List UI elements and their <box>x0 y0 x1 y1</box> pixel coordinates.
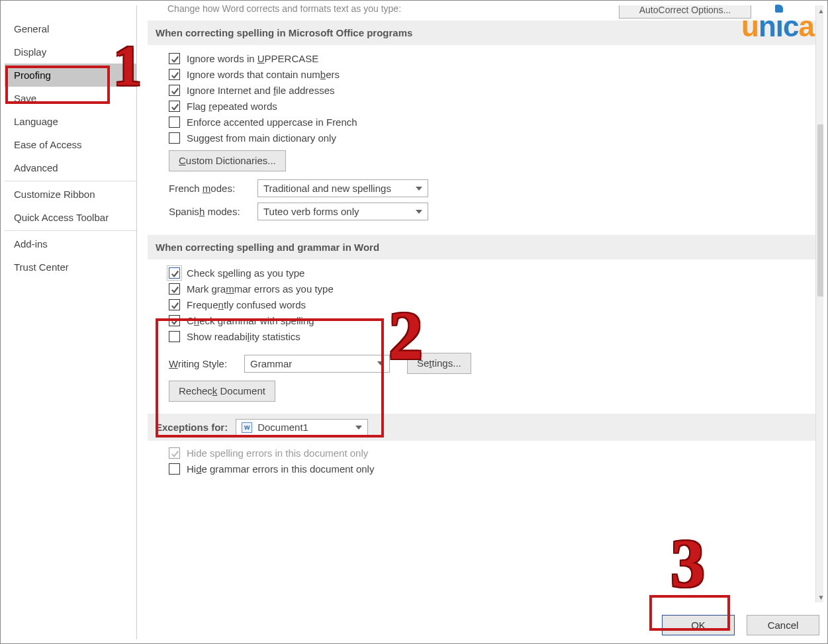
label-ignore-numbers: Ignore words that contain numbers <box>187 69 340 80</box>
checkbox-check-spelling[interactable] <box>169 267 180 279</box>
label-suggest-main-dict: Suggest from main dictionary only <box>187 132 336 144</box>
label-frequently-confused: Frequently confused words <box>187 299 306 310</box>
spanish-modes-value: Tuteo verb forms only <box>263 206 359 217</box>
french-modes-label: French modes: <box>169 183 248 194</box>
sidebar-item-general[interactable]: General <box>5 17 136 40</box>
scroll-up-arrow-icon[interactable]: ▲ <box>816 5 823 16</box>
sidebar-divider <box>5 181 136 181</box>
sidebar-item-display[interactable]: Display <box>5 40 136 64</box>
scroll-thumb[interactable] <box>817 124 823 297</box>
checkbox-check-grammar-spelling[interactable] <box>169 315 180 326</box>
vertical-scrollbar[interactable]: ▲ ▼ <box>815 5 823 602</box>
label-enforce-accented: Enforce accented uppercase in French <box>187 116 357 128</box>
scroll-down-arrow-icon[interactable]: ▼ <box>816 592 823 602</box>
french-modes-value: Traditional and new spellings <box>263 183 391 194</box>
options-sidebar: General Display Proofing Save Language E… <box>5 5 137 639</box>
writing-style-value: Grammar <box>250 358 292 369</box>
logo-letter: a <box>799 10 814 43</box>
word-document-icon: W <box>242 422 252 433</box>
label-mark-grammar: Mark grammar errors as you type <box>187 283 334 295</box>
sidebar-item-quick-access-toolbar[interactable]: Quick Access Toolbar <box>5 206 136 229</box>
chevron-down-icon <box>416 187 422 191</box>
sidebar-item-customize-ribbon[interactable]: Customize Ribbon <box>5 183 136 206</box>
logo-letter: u <box>741 10 759 43</box>
section-header-office-spelling: When correcting spelling in Microsoft Of… <box>148 21 819 45</box>
sidebar-item-add-ins[interactable]: Add-ins <box>5 232 136 255</box>
cancel-button[interactable]: Cancel <box>747 615 819 635</box>
sidebar-item-language[interactable]: Language <box>5 110 136 133</box>
sidebar-item-save[interactable]: Save <box>5 87 136 110</box>
exceptions-doc-select[interactable]: W Document1 <box>236 419 368 436</box>
checkbox-enforce-accented[interactable] <box>169 116 180 128</box>
logo-letter: ı <box>776 10 783 43</box>
checkbox-ignore-numbers[interactable] <box>169 69 180 80</box>
checkbox-suggest-main-dict[interactable] <box>169 132 180 144</box>
checkbox-mark-grammar[interactable] <box>169 283 180 295</box>
autocorrect-options-button[interactable]: AutoCorrect Options... <box>619 5 751 19</box>
checkbox-readability[interactable] <box>169 331 180 342</box>
writing-style-select[interactable]: Grammar <box>244 355 390 373</box>
sidebar-item-ease-of-access[interactable]: Ease of Access <box>5 133 136 156</box>
section-header-word-spelling: When correcting spelling and grammar in … <box>148 235 819 259</box>
label-hide-spelling-errors: Hide spelling errors in this document on… <box>187 447 368 459</box>
label-readability: Show readability statistics <box>187 331 300 342</box>
label-hide-grammar-errors: Hide grammar errors in this document onl… <box>187 463 374 475</box>
sidebar-item-trust-center[interactable]: Trust Center <box>5 255 136 279</box>
chevron-down-icon <box>416 210 422 214</box>
sidebar-item-advanced[interactable]: Advanced <box>5 156 136 179</box>
label-check-spelling: Check spelling as you type <box>187 267 304 279</box>
checkbox-flag-repeated[interactable] <box>169 101 180 112</box>
checkbox-hide-grammar-errors[interactable] <box>169 463 180 475</box>
spanish-modes-label: Spanish modes: <box>169 206 248 217</box>
sidebar-divider <box>5 230 136 231</box>
checkbox-ignore-uppercase[interactable] <box>169 53 180 64</box>
chevron-down-icon <box>355 426 362 430</box>
unica-logo: u n ı c a <box>741 10 814 43</box>
exceptions-doc-value: Document1 <box>257 422 308 433</box>
label-flag-repeated: Flag repeated words <box>187 101 277 112</box>
settings-button[interactable]: Settings... <box>407 353 471 374</box>
exceptions-label: Exceptions for: <box>156 422 228 433</box>
checkbox-hide-spelling-errors[interactable] <box>169 447 180 459</box>
chevron-down-icon <box>377 361 384 365</box>
checkbox-frequently-confused[interactable] <box>169 299 180 310</box>
label-ignore-internet: Ignore Internet and file addresses <box>187 85 335 96</box>
writing-style-label: Writing Style: <box>169 358 235 369</box>
checkbox-ignore-internet[interactable] <box>169 85 180 96</box>
sidebar-item-proofing[interactable]: Proofing <box>5 64 136 87</box>
ok-button[interactable]: OK <box>662 615 735 635</box>
label-ignore-uppercase: Ignore words in UPPERCASE <box>187 53 318 64</box>
recheck-document-button[interactable]: Recheck Document <box>169 381 275 402</box>
spanish-modes-select[interactable]: Tuteo verb forms only <box>257 203 428 220</box>
label-check-grammar-spelling: Check grammar with spelling <box>187 315 314 326</box>
custom-dictionaries-button[interactable]: Custom Dictionaries... <box>169 150 286 171</box>
logo-letter: n <box>759 10 776 43</box>
logo-letter: c <box>783 10 798 43</box>
french-modes-select[interactable]: Traditional and new spellings <box>257 179 428 197</box>
